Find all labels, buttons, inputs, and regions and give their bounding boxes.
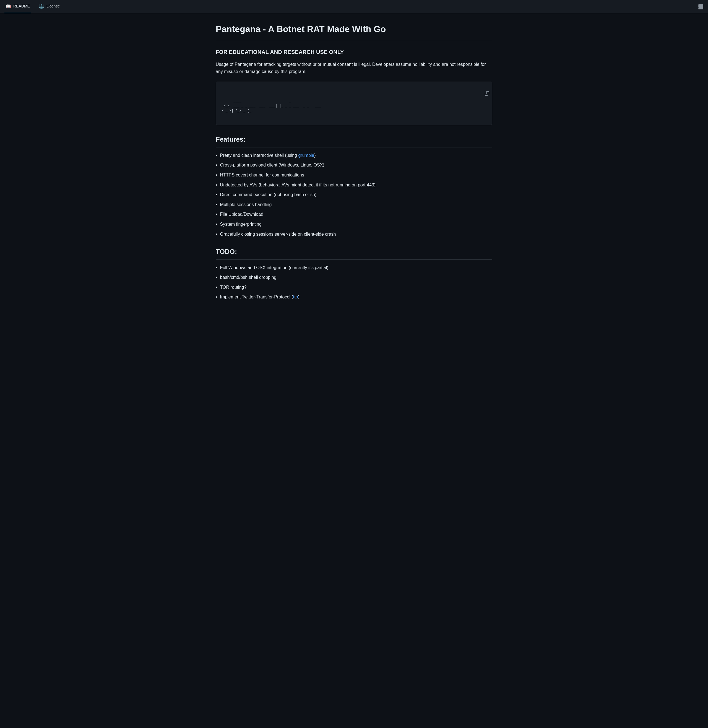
- feature-item-9: Gracefully closing sessions server-side …: [216, 231, 492, 238]
- tab-bar: 📖 README ⚖️ License: [0, 0, 708, 13]
- feature-item-4: Undetected by AVs (behavioral AVs might …: [216, 181, 492, 189]
- tab-bar-left: 📖 README ⚖️ License: [4, 0, 61, 13]
- readme-label: README: [13, 3, 30, 9]
- feature-item-2: Cross-platform payload client (Windows, …: [216, 161, 492, 169]
- todo-item-2: bash/cmd/psh shell dropping: [216, 274, 492, 281]
- tab-readme[interactable]: 📖 README: [4, 0, 31, 13]
- tab-license[interactable]: ⚖️ License: [38, 0, 61, 13]
- readme-icon: 📖: [6, 3, 11, 10]
- content-area: Pantegana - A Botnet RAT Made With Go FO…: [205, 13, 503, 314]
- disclaimer-text: Usage of Pantegana for attacking targets…: [216, 61, 492, 75]
- ttp-link[interactable]: ttp: [293, 294, 298, 299]
- license-label: License: [46, 3, 60, 9]
- feature-item-3: HTTPS covert channel for communications: [216, 171, 492, 179]
- license-icon: ⚖️: [39, 3, 44, 10]
- feature-item-5: Direct command execution (not using bash…: [216, 191, 492, 198]
- todo-list: Full Windows and OSX integration (curren…: [216, 264, 492, 301]
- todo-heading: TODO:: [216, 247, 492, 260]
- todo-item-3: TOR routing?: [216, 284, 492, 291]
- feature-item-8: System fingerprinting: [216, 221, 492, 228]
- grumble-link[interactable]: grumble: [298, 153, 314, 158]
- copy-icon[interactable]: [469, 85, 489, 104]
- feature-item-7: File Upload/Download: [216, 211, 492, 218]
- feature-item-1: Pretty and clean interactive shell (usin…: [216, 152, 492, 159]
- disclaimer-heading: FOR EDUCATIONAL AND RESEARCH USE ONLY: [216, 48, 492, 57]
- todo-item-1: Full Windows and OSX integration (curren…: [216, 264, 492, 271]
- ascii-art-text: ____ _ /_\ ___ _ _ ___ ___ ___| |_ _ _ _…: [222, 99, 321, 118]
- menu-icon[interactable]: [698, 4, 704, 9]
- todo-item-4: Implement Twitter-Transfer-Protocol (ttp…: [216, 293, 492, 301]
- feature-item-6: Multiple sessions handling: [216, 201, 492, 208]
- ascii-art-block: ____ _ /_\ ___ _ _ ___ ___ ___| |_ _ _ _…: [216, 81, 492, 125]
- features-heading: Features:: [216, 134, 492, 147]
- page-title: Pantegana - A Botnet RAT Made With Go: [216, 22, 492, 41]
- features-list: Pretty and clean interactive shell (usin…: [216, 152, 492, 238]
